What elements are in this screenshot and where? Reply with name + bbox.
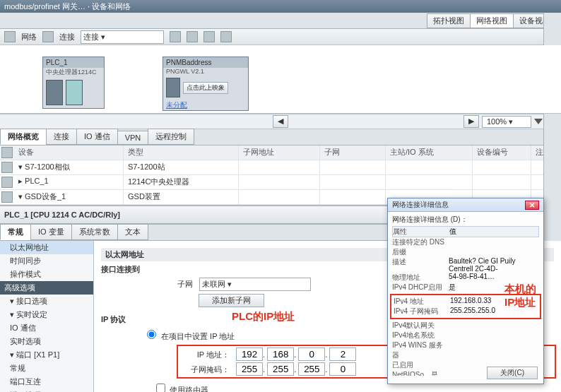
tab-remote[interactable]: 远程控制 <box>148 129 194 145</box>
sidebar-item[interactable]: IO 通信 <box>0 321 93 335</box>
mask-octet-1[interactable] <box>236 362 263 376</box>
expand-icon[interactable] <box>534 119 543 124</box>
canvas-zoom-row: ◀ ▶ 100% ▾ <box>0 114 561 129</box>
tab-iovar[interactable]: IO 变量 <box>30 224 72 240</box>
device-plc[interactable]: PLC_1 中央处理器1214C <box>42 57 105 109</box>
row-icon <box>1 191 13 203</box>
col-subnet[interactable]: 子网 <box>320 145 386 160</box>
mask-octet-2[interactable] <box>267 362 294 376</box>
tab-connect[interactable]: 连接 <box>46 129 77 145</box>
radio-set-in-project[interactable] <box>147 330 156 339</box>
popup-col-prop: 属性 <box>393 227 449 237</box>
sidebar-item[interactable]: ▾ 实时设定 <box>0 308 93 321</box>
popup-row: IPv4 DHCP启用是 <box>392 283 539 292</box>
col-type[interactable]: 类型 <box>124 145 239 160</box>
tab-topology[interactable]: 拓扑视图 <box>427 13 471 28</box>
use-router-check[interactable] <box>156 384 165 392</box>
sidebar-item[interactable]: ▾ 端口 [X1 P1] <box>0 348 93 362</box>
tab-vpn[interactable]: VPN <box>117 131 149 145</box>
popup-row: IPv4默认网关 <box>392 321 539 331</box>
sidebar-item[interactable]: 端口选项 <box>0 388 93 392</box>
device-pnmb-link[interactable]: 未分配 <box>166 101 187 109</box>
window-title: modbus/profinet 网关… · 设备和网络 <box>4 1 131 12</box>
popup-row: 连接特定的 DNS 后缀 <box>392 237 539 257</box>
tab-general[interactable]: 常规 <box>0 224 31 240</box>
popup-row: IPv4 子网掩码255.255.255.0 <box>394 307 538 316</box>
popup-row: IPv4 WINS 服务器 <box>392 340 539 360</box>
popup-col-val: 值 <box>449 227 538 237</box>
view-tabs: 拓扑视图 网络视图 设备视图 <box>0 13 561 29</box>
popup-close-icon[interactable]: ✕ <box>525 201 539 210</box>
ip-octet-4[interactable] <box>329 348 356 361</box>
sidebar-item[interactable]: 常规 <box>0 362 93 375</box>
popup-row: 物理地址54-98-F8-41… <box>392 273 539 283</box>
mask-octet-4[interactable] <box>329 362 356 376</box>
tool-3-icon[interactable] <box>203 31 215 42</box>
zoom-combo[interactable]: 100% ▾ <box>482 116 531 128</box>
network-canvas[interactable]: PLC_1 中央处理器1214C PNMBaddress PNGWL V2.1 … <box>0 45 561 114</box>
row-icon <box>1 177 13 188</box>
device-plc-title: PLC_1 <box>46 59 68 66</box>
grid-header: 设备 类型 子网地址 子网 主站/IO 系统 设备编号 注释 <box>0 145 561 160</box>
device-plc-sub: 中央处理器1214C <box>43 68 104 77</box>
radio-label: 在项目中设置 IP 地址 <box>161 332 235 340</box>
net-tabs: 网络概览 连接 IO 通信 VPN 远程控制 <box>0 129 561 145</box>
ip-octet-2[interactable] <box>267 348 294 361</box>
label-subnet: 子网 <box>143 279 193 290</box>
popup-row: 描述Baultek? Cie GI Puily Centrell 2C-4D- <box>392 257 539 273</box>
sidebar-item[interactable]: 端口互连 <box>0 375 93 388</box>
tab-network[interactable]: 网络视图 <box>470 13 514 28</box>
netdetails-popup[interactable]: 网络连接详细信息 ✕ 网络连接详细信息 (D)： 属性 值 连接特定的 DNS … <box>387 198 544 384</box>
connect-icon[interactable] <box>42 31 54 42</box>
sidebar-item[interactable]: ▾ 接口选项 <box>0 295 93 308</box>
side-nav[interactable]: 以太网地址 时间同步 操作模式 高级选项 ▾ 接口选项 ▾ 实时设定 IO 通信… <box>0 241 94 392</box>
title-bar: modbus/profinet 网关… · 设备和网络 <box>0 0 561 13</box>
subnet-combo[interactable]: 未联网 ▾ <box>199 278 311 291</box>
network-icon[interactable] <box>4 31 16 42</box>
popup-close-button[interactable]: 关闭(C) <box>487 367 538 379</box>
table-row[interactable]: ▾ S7-1200相似S7-1200站 <box>0 160 561 175</box>
col-devno[interactable]: 设备编号 <box>473 145 531 160</box>
nav-right[interactable]: ▶ <box>463 115 479 128</box>
popup-subtitle: 网络连接详细信息 (D)： <box>392 215 539 225</box>
label-ip: IP 地址： <box>180 350 230 360</box>
tb-connect[interactable]: 连接 <box>59 32 75 42</box>
sidebar-group[interactable]: 高级选项 <box>0 281 93 295</box>
device-pnmb[interactable]: PNMBaddress PNGWL V2.1 点击此上映象 未分配 <box>163 57 249 111</box>
sidebar-item[interactable]: 操作模式 <box>0 268 93 281</box>
sidebar-item[interactable]: 以太网地址 <box>0 241 93 254</box>
use-router-label: 使用路由器 <box>170 386 208 392</box>
col-subaddr[interactable]: 子网地址 <box>239 145 320 160</box>
popup-title: 网络连接详细信息 <box>392 200 449 210</box>
mask-octet-3[interactable] <box>298 362 325 376</box>
zoom-icon[interactable] <box>220 31 232 42</box>
ip-octet-1[interactable] <box>236 348 263 361</box>
local-ip-highlight: IPv4 地址192.168.0.33IPv4 子网掩码255.255.255.… <box>390 294 541 319</box>
tab-overview[interactable]: 网络概览 <box>0 129 47 145</box>
tb-network[interactable]: 网络 <box>21 32 37 42</box>
tab-sysconst[interactable]: 系统常数 <box>71 224 118 240</box>
ip-octet-3[interactable] <box>298 348 325 361</box>
nav-left[interactable]: ◀ <box>273 115 288 128</box>
sidebar-item[interactable]: 实时选项 <box>0 335 93 348</box>
device-pnmb-sub: PNGWL V2.1 <box>163 68 248 75</box>
tab-iocomm[interactable]: IO 通信 <box>76 129 118 145</box>
tool-2-icon[interactable] <box>187 31 198 42</box>
device-pnmb-action[interactable]: 点击此上映象 <box>183 82 228 94</box>
popup-row: IPv4地名系统 <box>392 331 539 340</box>
gear-icon[interactable] <box>1 147 13 158</box>
connections-combo[interactable]: 连接 ▾ <box>81 30 164 44</box>
device-grid: 设备 类型 子网地址 子网 主站/IO 系统 设备编号 注释 ▾ S7-1200… <box>0 145 561 206</box>
add-subnet-button[interactable]: 添加新子网 <box>199 294 264 307</box>
col-device[interactable]: 设备 <box>14 145 124 160</box>
sidebar-item[interactable]: 时间同步 <box>0 254 93 268</box>
device-pnmb-title: PNMBaddress <box>166 59 211 66</box>
toolbar: 网络 连接 连接 ▾ <box>0 29 561 45</box>
label-mask: 子网掩码： <box>180 364 230 375</box>
col-host[interactable]: 主站/IO 系统 <box>386 145 473 160</box>
row-icon <box>1 162 13 173</box>
table-row[interactable]: ▸ PLC_11214C中央处理器 <box>0 175 561 190</box>
tab-text[interactable]: 文本 <box>117 224 148 240</box>
tool-1-icon[interactable] <box>170 31 181 42</box>
popup-row: IPv4 地址192.168.0.33 <box>394 297 538 307</box>
